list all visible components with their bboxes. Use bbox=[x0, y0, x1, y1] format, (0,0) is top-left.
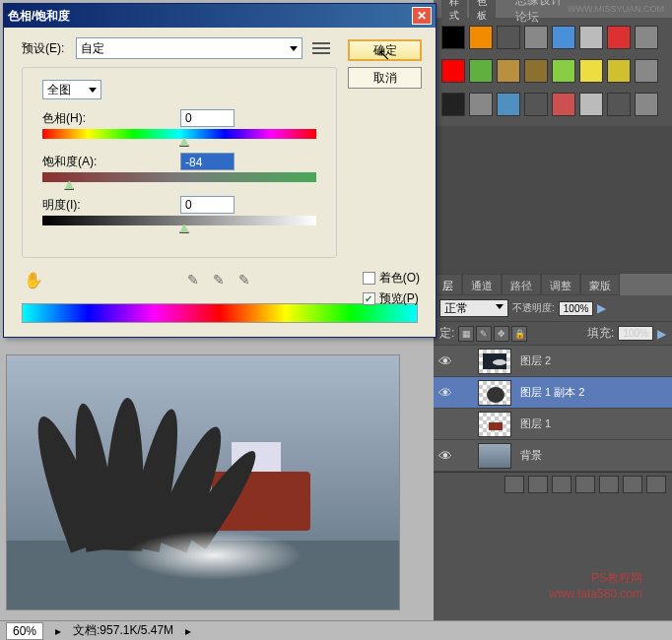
visibility-icon[interactable]: 👁 bbox=[434, 353, 457, 369]
layer-name[interactable]: 图层 1 bbox=[514, 416, 551, 431]
saturation-slider[interactable] bbox=[42, 172, 316, 186]
swatch[interactable] bbox=[524, 93, 548, 116]
fill-label: 填充: bbox=[587, 325, 614, 342]
hue-label: 色相(H): bbox=[42, 110, 180, 127]
fx-icon[interactable] bbox=[528, 476, 548, 493]
preset-value: 自定 bbox=[81, 40, 104, 57]
visibility-icon[interactable]: 👁 bbox=[434, 448, 457, 464]
lock-all-icon[interactable]: 🔒 bbox=[511, 326, 527, 342]
lightness-input[interactable] bbox=[180, 196, 235, 214]
panel-tab[interactable]: 路径 bbox=[502, 274, 541, 295]
eyedropper-minus-icon[interactable]: ✎ bbox=[235, 270, 254, 289]
fill-value[interactable]: 100% bbox=[618, 326, 653, 341]
panel-tab[interactable]: 调整 bbox=[541, 274, 580, 295]
ok-button[interactable]: 确定 bbox=[348, 39, 422, 61]
swatch[interactable] bbox=[579, 26, 603, 49]
hue-saturation-dialog: 色相/饱和度 ✕ 预设(E): 自定 确定 取消 全图 色相(H): bbox=[3, 3, 437, 338]
lock-transparent-icon[interactable]: ▦ bbox=[458, 326, 474, 342]
layer-name[interactable]: 图层 1 副本 2 bbox=[514, 385, 584, 400]
swatch[interactable] bbox=[524, 26, 548, 49]
adjustment-icon[interactable] bbox=[575, 476, 595, 493]
swatch[interactable] bbox=[552, 59, 575, 83]
layer-thumbnail[interactable] bbox=[478, 380, 511, 406]
mask-icon[interactable] bbox=[552, 476, 571, 493]
spectrum-bar bbox=[22, 303, 418, 323]
watermark-text: 思缘设计论坛 bbox=[515, 0, 568, 26]
visibility-icon[interactable]: 👁 bbox=[434, 385, 457, 401]
preset-select[interactable]: 自定 bbox=[76, 37, 302, 59]
swatch[interactable] bbox=[469, 59, 493, 83]
top-tab[interactable]: 色板 bbox=[469, 0, 495, 25]
swatch[interactable] bbox=[441, 26, 465, 49]
checkbox-icon bbox=[363, 272, 375, 285]
layer-row[interactable]: 👁图层 2 bbox=[434, 346, 672, 377]
saturation-label: 饱和度(A): bbox=[42, 154, 180, 170]
preview-checkbox[interactable]: ✔ 预览(P) bbox=[363, 290, 420, 307]
dialog-body: 预设(E): 自定 确定 取消 全图 色相(H): bbox=[4, 28, 436, 337]
swatch[interactable] bbox=[552, 26, 575, 49]
layer-name[interactable]: 图层 2 bbox=[514, 353, 551, 368]
layer-thumbnail[interactable] bbox=[478, 443, 511, 469]
zoom-value[interactable]: 60% bbox=[6, 622, 43, 640]
swatch[interactable] bbox=[497, 59, 520, 83]
panel-tab[interactable]: 蒙版 bbox=[580, 274, 620, 295]
swatch[interactable] bbox=[441, 59, 465, 83]
layer-thumbnail[interactable] bbox=[478, 412, 511, 437]
top-strip: 样式色板 思缘设计论坛 WWW.MISSYUAN.COM bbox=[434, 0, 672, 18]
edit-value: 全图 bbox=[47, 82, 71, 98]
layer-name[interactable]: 背景 bbox=[514, 448, 542, 463]
flyout-icon[interactable]: ▶ bbox=[657, 327, 666, 341]
swatch[interactable] bbox=[469, 93, 493, 116]
hue-input[interactable] bbox=[180, 109, 235, 127]
layer-row[interactable]: 👁背景 bbox=[434, 440, 672, 472]
blend-mode-select[interactable]: 正常 bbox=[439, 299, 508, 317]
triangle-icon[interactable]: ▸ bbox=[55, 624, 61, 638]
swatch[interactable] bbox=[497, 26, 520, 49]
lightness-slider[interactable] bbox=[42, 216, 316, 229]
swatch[interactable] bbox=[607, 26, 631, 49]
scrubby-icon[interactable]: ✋ bbox=[22, 270, 45, 289]
panel-tab[interactable]: 通道 bbox=[462, 274, 502, 295]
new-layer-icon[interactable] bbox=[623, 476, 642, 493]
swatch[interactable] bbox=[607, 59, 631, 83]
eyedropper-icon[interactable]: ✎ bbox=[183, 270, 203, 289]
close-button[interactable]: ✕ bbox=[412, 7, 432, 25]
delete-layer-icon[interactable] bbox=[646, 476, 666, 493]
swatch[interactable] bbox=[635, 93, 658, 116]
flyout-icon[interactable]: ▶ bbox=[597, 301, 606, 315]
swatch[interactable] bbox=[524, 59, 548, 83]
top-tab[interactable]: 样式 bbox=[441, 0, 467, 25]
group-icon[interactable] bbox=[599, 476, 619, 493]
cancel-button[interactable]: 取消 bbox=[348, 67, 422, 89]
doc-size: 文档:957.1K/5.47M bbox=[73, 622, 173, 639]
swatch[interactable] bbox=[469, 26, 493, 49]
opacity-value[interactable]: 100% bbox=[559, 301, 594, 316]
canvas[interactable] bbox=[6, 354, 400, 610]
link-layers-icon[interactable] bbox=[504, 476, 524, 493]
swatch[interactable] bbox=[635, 26, 658, 49]
lock-pixels-icon[interactable]: ✎ bbox=[476, 326, 492, 342]
swatch[interactable] bbox=[579, 59, 603, 83]
swatch[interactable] bbox=[607, 93, 631, 116]
titlebar[interactable]: 色相/饱和度 ✕ bbox=[4, 4, 436, 28]
swatch[interactable] bbox=[579, 93, 603, 116]
eyedropper-plus-icon[interactable]: ✎ bbox=[209, 270, 229, 289]
triangle-icon[interactable]: ▸ bbox=[185, 624, 191, 638]
swatch[interactable] bbox=[635, 59, 658, 83]
layer-thumbnail[interactable] bbox=[478, 349, 511, 374]
colorize-checkbox[interactable]: 着色(O) bbox=[363, 270, 420, 287]
swatch[interactable] bbox=[441, 93, 465, 116]
layer-row[interactable]: 👁图层 1 副本 2 bbox=[434, 377, 672, 409]
edit-select[interactable]: 全图 bbox=[42, 80, 101, 99]
chevron-down-icon bbox=[290, 46, 298, 55]
swatch-grid bbox=[434, 18, 672, 126]
lock-position-icon[interactable]: ✥ bbox=[494, 326, 509, 342]
preset-menu-icon[interactable] bbox=[312, 41, 330, 55]
panel-tab[interactable]: 层 bbox=[434, 274, 462, 295]
swatch[interactable] bbox=[497, 93, 520, 116]
layer-row[interactable]: 图层 1 bbox=[434, 409, 672, 440]
saturation-input[interactable]: -84 bbox=[180, 153, 235, 170]
hue-slider[interactable] bbox=[42, 129, 316, 143]
preset-label: 预设(E): bbox=[22, 40, 76, 57]
swatch[interactable] bbox=[552, 93, 575, 116]
